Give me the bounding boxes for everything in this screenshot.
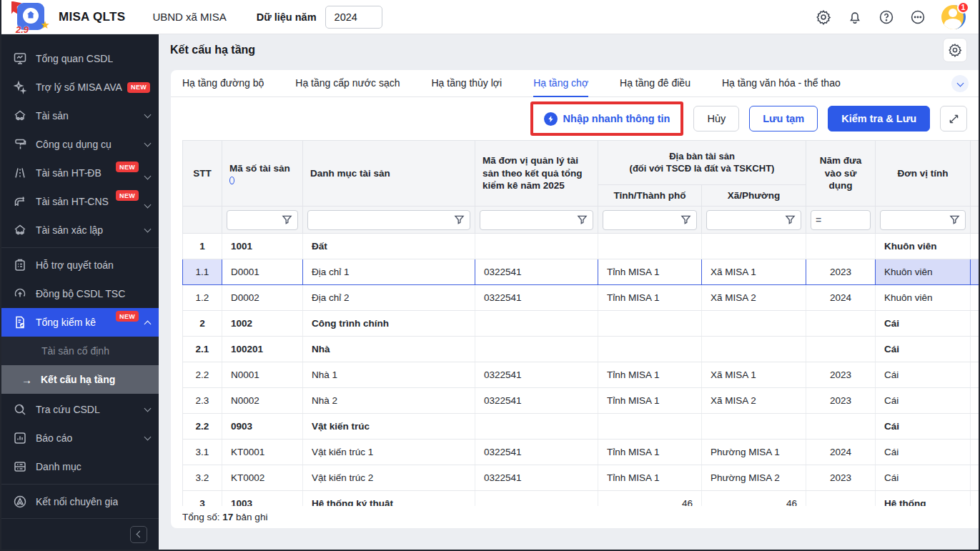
column-header-unit-code[interactable]: Mã đơn vị quản lý tài sản theo kết quả t… bbox=[475, 141, 598, 207]
column-header-province[interactable]: Tỉnh/Thành phố bbox=[598, 185, 702, 207]
filter-input-unit-code[interactable] bbox=[480, 210, 593, 230]
filter-input-code[interactable] bbox=[227, 210, 298, 230]
dashboard-icon bbox=[13, 51, 27, 66]
data-table: STT Mã số tài sản Danh mục tài sản Mã đơ… bbox=[182, 140, 979, 506]
main-content: Kết cấu hạ tầng Hạ tầng đường bộ Hạ tầng… bbox=[159, 34, 979, 550]
check-and-save-button[interactable]: Kiểm tra & Lưu bbox=[828, 106, 930, 131]
sidebar-item-ket-noi-chuyen-gia[interactable]: Kết nối chuyên gia bbox=[1, 487, 159, 516]
tab-ha-tang-cho[interactable]: Hạ tầng chợ bbox=[533, 70, 588, 97]
table-row[interactable]: 31003Hệ thống ký thuật4646Hệ thống bbox=[183, 491, 979, 507]
filter-funnel-icon[interactable] bbox=[453, 214, 465, 226]
filter-row: = bbox=[183, 207, 979, 234]
sidebar-item-label: Tài sản bbox=[36, 110, 69, 121]
tab-ha-tang-van-hoa-the-thao[interactable]: Hạ tầng văn hóa - thể thao bbox=[722, 70, 841, 97]
cancel-button[interactable]: Hủy bbox=[693, 106, 739, 131]
sidebar-item-label: Kết cấu hạ tầng bbox=[41, 374, 115, 385]
tabs-more-button[interactable] bbox=[951, 75, 969, 92]
new-badge: NEW bbox=[116, 162, 139, 172]
table-row[interactable]: 2.2N0001Nhà 10322541Tỉnh MISA 1Xã MISA 1… bbox=[183, 362, 979, 388]
sidebar-collapse-button[interactable] bbox=[130, 526, 147, 543]
column-header-stt[interactable]: STT bbox=[183, 141, 222, 207]
sidebar-item-label: Danh mục bbox=[36, 461, 81, 472]
more-options-icon[interactable] bbox=[910, 9, 926, 25]
data-year-select[interactable]: 2024 bbox=[325, 6, 382, 29]
help-icon[interactable] bbox=[878, 9, 894, 25]
filter-cell-stt bbox=[183, 207, 222, 234]
toolbar: Nhập nhanh thông tin Hủy Lưu tạm Kiểm tr… bbox=[171, 97, 979, 140]
sidebar-item-tong-quan-csdl[interactable]: Tổng quan CSDL bbox=[1, 44, 159, 73]
tab-ha-tang-cap-nuoc-sach[interactable]: Hạ tầng cấp nước sạch bbox=[295, 70, 400, 97]
sidebar-item-cong-cu-dung-cu[interactable]: Công cụ dụng cụ bbox=[1, 130, 159, 159]
sidebar-item-dong-bo-csdl-tsc[interactable]: Đồng bộ CSDL TSC bbox=[1, 279, 159, 308]
user-avatar[interactable]: 1 bbox=[941, 5, 966, 29]
column-header-year[interactable]: Năm đưa vào sử dụng bbox=[806, 141, 876, 207]
filter-funnel-icon[interactable] bbox=[281, 214, 293, 226]
chevron-down-icon bbox=[144, 226, 152, 233]
filter-funnel-icon[interactable] bbox=[949, 214, 961, 226]
column-group-header-area: Địa bàn tài sản (đối với TSCĐ là đất và … bbox=[598, 141, 806, 185]
table-row[interactable]: 11001ĐấtKhuôn viên bbox=[183, 234, 979, 259]
sidebar-item-tong-kiem-ke[interactable]: Tổng kiểm kê NEW bbox=[1, 308, 159, 337]
chevron-left-icon bbox=[136, 531, 143, 538]
sidebar-item-label: Tài sản HT-ĐB bbox=[36, 167, 102, 179]
active-arrow-icon: → bbox=[21, 374, 32, 386]
filter-input-ward[interactable] bbox=[706, 210, 801, 230]
filter-funnel-icon[interactable] bbox=[576, 214, 588, 226]
sidebar-subitem-ket-cau-ha-tang[interactable]: → Kết cấu hạ tầng bbox=[1, 365, 159, 394]
table-row[interactable]: 3.2KT0002Vật kiến trúc 20322541Tỉnh MISA… bbox=[183, 465, 979, 491]
sidebar-item-tai-san-ht-db[interactable]: Tài sản HT-ĐB NEW bbox=[1, 159, 159, 187]
fullscreen-button[interactable] bbox=[940, 106, 967, 131]
sidebar-item-danh-muc[interactable]: Danh mục bbox=[1, 452, 159, 481]
filter-input-province[interactable] bbox=[603, 210, 697, 230]
sidebar-item-tra-cuu-csdl[interactable]: Tra cứu CSDL bbox=[1, 395, 159, 424]
quick-input-button[interactable]: Nhập nhanh thông tin bbox=[535, 106, 680, 131]
equals-operator[interactable]: = bbox=[816, 214, 821, 226]
sidebar-item-tai-san-ht-cns[interactable]: Tài sản HT-CNS NEW bbox=[1, 187, 159, 216]
expert-connect-icon bbox=[13, 495, 27, 509]
table-row[interactable]: 2.3N0002Nhà 20322541Tỉnh MISA 1Xã MISA 2… bbox=[183, 388, 979, 414]
tab-ha-tang-de-dieu[interactable]: Hạ tầng đê điều bbox=[620, 70, 691, 97]
filter-input-unit[interactable] bbox=[880, 210, 966, 230]
filter-funnel-icon[interactable] bbox=[680, 214, 692, 226]
column-header-unit[interactable]: Đơn vị tính bbox=[876, 141, 971, 207]
tab-ha-tang-thuy-loi[interactable]: Hạ tầng thủy lợi bbox=[431, 70, 502, 97]
notifications-bell-icon[interactable] bbox=[847, 9, 863, 25]
pipe-icon bbox=[13, 194, 27, 209]
settings-icon[interactable] bbox=[816, 9, 831, 25]
sidebar-item-label: Công cụ dụng cụ bbox=[36, 139, 112, 150]
table-row[interactable]: 2.20903Vật kiến trúcCái bbox=[183, 414, 979, 440]
table-row[interactable]: 21002Công trình chínhCái bbox=[183, 311, 979, 337]
page-settings-button[interactable] bbox=[943, 38, 967, 62]
column-header-extra bbox=[971, 141, 979, 207]
filter-input-name[interactable] bbox=[307, 210, 470, 230]
sidebar-item-label: Tra cứu CSDL bbox=[36, 404, 100, 415]
table-row-selected[interactable]: 1.1D0001Địa chỉ 10322541Tỉnh MISA 1Xã MI… bbox=[183, 259, 979, 285]
tab-ha-tang-duong-bo[interactable]: Hạ tầng đường bộ bbox=[182, 70, 264, 97]
sidebar-item-ho-tro-quyet-toan[interactable]: Hỗ trợ quyết toán bbox=[1, 251, 159, 279]
table-row[interactable]: 2.1100201NhàCái bbox=[183, 337, 979, 362]
chevron-down-icon bbox=[144, 201, 152, 208]
save-temp-button[interactable]: Lưu tạm bbox=[749, 106, 818, 131]
divider bbox=[1, 247, 159, 248]
column-header-code[interactable]: Mã số tài sản bbox=[222, 141, 303, 207]
chevron-down-icon bbox=[956, 79, 964, 86]
table-row[interactable]: 3.1KT0001Vật kiến trúc 10322541Tỉnh MISA… bbox=[183, 440, 979, 465]
column-header-ward[interactable]: Xã/Phường bbox=[702, 185, 806, 207]
column-header-name[interactable]: Danh mục tài sản bbox=[303, 141, 475, 207]
sidebar-item-tai-san-xac-lap[interactable]: Tài sản xác lập bbox=[1, 216, 159, 244]
sidebar-item-tai-san[interactable]: Tài sản bbox=[1, 101, 159, 130]
sidebar-item-bao-cao[interactable]: Báo cáo bbox=[1, 424, 159, 452]
org-name: UBND xã MISA bbox=[152, 11, 226, 23]
category-list-icon bbox=[13, 460, 27, 474]
new-badge: NEW bbox=[116, 311, 139, 322]
filter-input-year[interactable]: = bbox=[811, 210, 871, 230]
sidebar-item-label: Trợ lý số MISA AVA bbox=[36, 81, 122, 93]
filter-funnel-icon[interactable] bbox=[784, 214, 796, 226]
cloud-sync-icon bbox=[13, 287, 27, 301]
topbar: ★ 2.9 MISA QLTS UBND xã MISA Dữ liệu năm… bbox=[1, 0, 979, 34]
table-row[interactable]: 1.2D0002Địa chỉ 20322541Tỉnh MISA 1Xã MI… bbox=[183, 285, 979, 311]
sidebar: Tổng quan CSDL Trợ lý số MISA AVA NEW Tà… bbox=[1, 34, 159, 550]
app-logo: ★ 2.9 bbox=[11, 1, 49, 33]
sidebar-subitem-tai-san-co-dinh[interactable]: Tài sản cố định bbox=[1, 337, 159, 365]
sidebar-item-tro-ly-so-misa-ava[interactable]: Trợ lý số MISA AVA NEW bbox=[1, 73, 159, 101]
